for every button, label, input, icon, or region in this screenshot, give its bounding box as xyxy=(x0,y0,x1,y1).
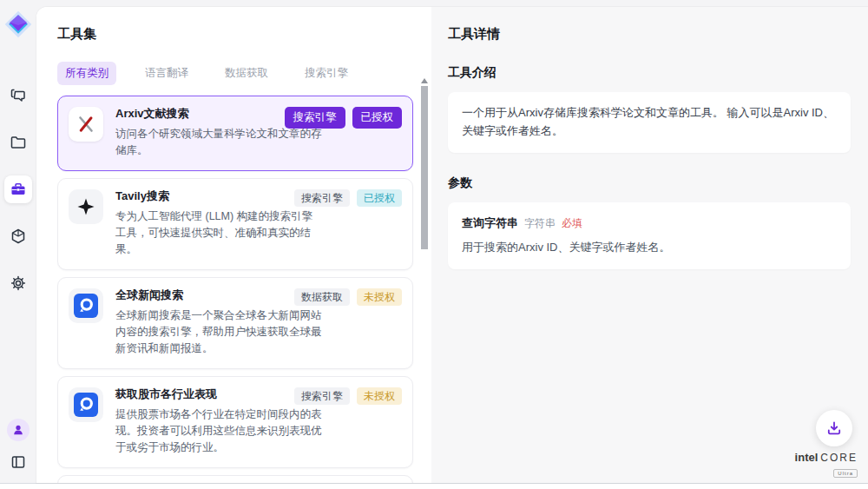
tavily-icon xyxy=(69,189,103,224)
auth-status-badge: 已授权 xyxy=(352,107,403,129)
list-scrollbar[interactable] xyxy=(420,76,429,481)
category-badge: 数据获取 xyxy=(294,288,350,306)
detail-panel-title: 工具详情 xyxy=(448,26,851,43)
tools-panel-title: 工具集 xyxy=(57,26,431,43)
param-name: 查询字符串 xyxy=(462,215,518,233)
auth-status-badge: 未授权 xyxy=(357,387,402,405)
cube-icon[interactable] xyxy=(4,222,32,250)
param-type: 字符串 xyxy=(524,215,556,232)
intel-core-logo: intelCORE Ultra xyxy=(795,450,858,478)
q-blue-icon xyxy=(69,387,103,422)
tool-card[interactable]: 获取股市各行业表现 提供股票市场各个行业在特定时间段内的表现。投资者可以利用这些… xyxy=(57,376,413,468)
tool-description: 专为人工智能代理 (LLM) 构建的搜索引擎工具，可快速提供实时、准确和真实的结… xyxy=(115,208,322,259)
param-description: 用于搜索的Arxiv ID、关键字或作者姓名。 xyxy=(462,239,837,257)
tool-list: Arxiv文献搜索 访问各个研究领域大量科学论文和文章的存储库。 搜索引擎 已授… xyxy=(57,96,431,483)
tool-description: 提供股票市场各个行业在特定时间段内的表现。投资者可以利用这些信息来识别表现优于或… xyxy=(115,406,322,457)
tool-badges: 数据获取 未授权 xyxy=(294,288,402,306)
chat-icon[interactable] xyxy=(4,82,32,109)
tool-card[interactable]: Tavily搜索 专为人工智能代理 (LLM) 构建的搜索引擎工具，可快速提供实… xyxy=(57,178,413,270)
tool-name: 全球新闻搜索 xyxy=(115,288,322,303)
category-tab[interactable]: 搜索引擎 xyxy=(297,62,356,85)
category-tabs: 所有类别 语言翻译 数据获取 搜索引擎 xyxy=(57,62,431,85)
tool-badges: 搜索引擎 未授权 xyxy=(294,387,402,405)
download-button[interactable] xyxy=(816,410,852,446)
tool-name: 获取股市各行业表现 xyxy=(115,387,322,402)
tool-card[interactable]: 获取市场最活跃股票信息 提供当天交易量最高的股票列表，投资者可以利用这些信息来识… xyxy=(57,475,413,483)
intro-heading: 工具介绍 xyxy=(448,65,851,81)
app-logo-icon[interactable] xyxy=(3,9,34,40)
rail-nav xyxy=(4,82,32,297)
arxiv-icon xyxy=(69,107,103,142)
tool-name: Tavily搜索 xyxy=(115,189,322,204)
core-ultra-badge: Ultra xyxy=(833,469,858,478)
settings-gear-icon[interactable] xyxy=(4,269,32,297)
category-tab[interactable]: 语言翻译 xyxy=(137,62,196,85)
folder-icon[interactable] xyxy=(4,129,32,156)
panel-toggle-icon[interactable] xyxy=(8,452,29,472)
intel-wordmark: intel xyxy=(795,451,819,464)
scrollbar-up-arrow-icon[interactable] xyxy=(421,78,428,83)
category-badge: 搜索引擎 xyxy=(285,107,345,129)
auth-status-badge: 未授权 xyxy=(357,288,402,306)
q-blue-icon xyxy=(69,288,103,323)
category-badge: 搜索引擎 xyxy=(294,189,350,207)
toolbox-icon[interactable] xyxy=(4,175,32,203)
scrollbar-thumb[interactable] xyxy=(421,86,428,249)
auth-status-badge: 已授权 xyxy=(357,189,402,207)
tool-detail-panel: 工具详情 工具介绍 一个用于从Arxiv存储库搜索科学论文和文章的工具。 输入可… xyxy=(431,7,868,483)
app-root: 工具集 所有类别 语言翻译 数据获取 搜索引擎 A xyxy=(0,0,868,484)
tool-badges: 搜索引擎 已授权 xyxy=(294,189,402,207)
param-required-flag: 必填 xyxy=(562,215,582,232)
left-rail xyxy=(0,0,36,483)
tools-panel: 工具集 所有类别 语言翻译 数据获取 搜索引擎 A xyxy=(36,7,431,483)
core-wordmark: CORE xyxy=(820,452,858,464)
tool-description: 访问各个研究领域大量科学论文和文章的存储库。 xyxy=(115,126,322,160)
category-tab[interactable]: 所有类别 xyxy=(57,62,116,85)
tool-card[interactable]: 全球新闻搜索 全球新闻搜索是一个聚合全球各大新闻网站内容的搜索引擎，帮助用户快速… xyxy=(57,277,413,369)
param-head: 查询字符串 字符串 必填 xyxy=(462,215,837,233)
user-avatar[interactable] xyxy=(7,419,30,441)
category-badge: 搜索引擎 xyxy=(294,387,350,405)
tool-badges: 搜索引擎 已授权 xyxy=(285,107,403,129)
tool-card[interactable]: Arxiv文献搜索 访问各个研究领域大量科学论文和文章的存储库。 搜索引擎 已授… xyxy=(57,96,413,171)
intro-card: 一个用于从Arxiv存储库搜索科学论文和文章的工具。 输入可以是Arxiv ID… xyxy=(448,92,851,153)
params-heading: 参数 xyxy=(448,175,851,191)
tool-description: 全球新闻搜索是一个聚合全球各大新闻网站内容的搜索引擎，帮助用户快速获取全球最新资… xyxy=(115,307,322,358)
category-tab[interactable]: 数据获取 xyxy=(217,62,276,85)
param-card: 查询字符串 字符串 必填 用于搜索的Arxiv ID、关键字或作者姓名。 xyxy=(448,202,851,270)
main-window: 工具集 所有类别 语言翻译 数据获取 搜索引擎 A xyxy=(36,7,868,483)
rail-bottom xyxy=(7,419,30,472)
